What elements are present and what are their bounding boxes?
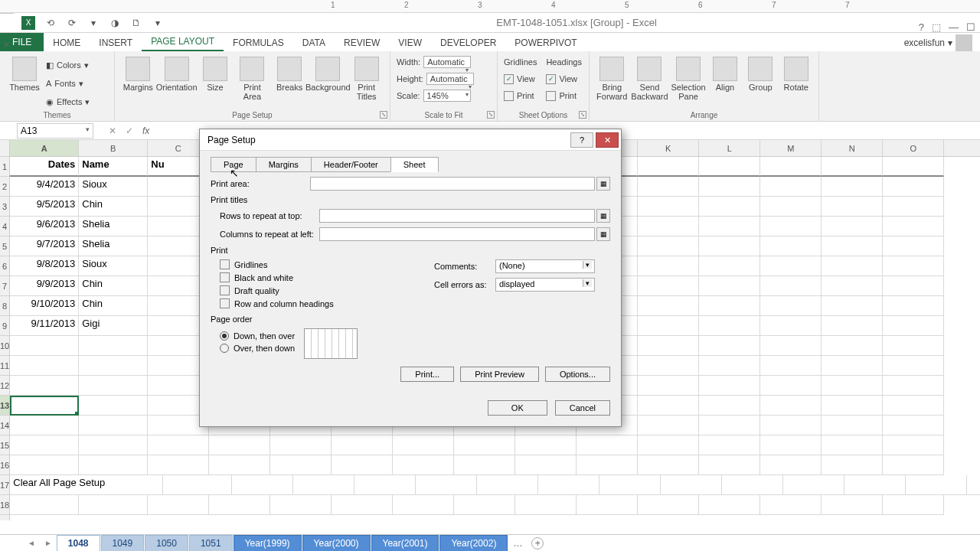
cell-K13[interactable] bbox=[638, 396, 699, 416]
cell-O18[interactable] bbox=[883, 495, 944, 515]
cell-L3[interactable] bbox=[699, 197, 760, 217]
tab-developer[interactable]: DEVELOPER bbox=[431, 34, 505, 51]
cell-L17[interactable] bbox=[783, 475, 844, 495]
headings-view-check[interactable]: ✓ bbox=[546, 74, 556, 84]
cell-B14[interactable] bbox=[79, 416, 148, 435]
cell-F17[interactable] bbox=[416, 475, 477, 495]
qat-btn-3[interactable]: ▾ bbox=[87, 17, 100, 29]
cell-M13[interactable] bbox=[760, 396, 822, 416]
cell-O11[interactable] bbox=[883, 356, 944, 376]
cell-N12[interactable] bbox=[822, 376, 883, 396]
cell-A7[interactable]: 9/9/2013 bbox=[10, 276, 79, 296]
height-select[interactable]: Automatic bbox=[426, 73, 474, 85]
cell-K5[interactable] bbox=[638, 236, 699, 256]
cell-O4[interactable] bbox=[883, 217, 944, 236]
cell-O17[interactable] bbox=[967, 475, 980, 495]
down-over-radio[interactable] bbox=[220, 331, 229, 341]
cell-K10[interactable] bbox=[638, 336, 699, 356]
cell-M5[interactable] bbox=[760, 236, 822, 256]
dialog-close-button[interactable]: ✕ bbox=[596, 132, 619, 148]
selection-pane-button[interactable]: Selection Pane bbox=[671, 54, 705, 101]
cell-I17[interactable] bbox=[599, 475, 661, 495]
cell-A2[interactable]: 9/4/2013 bbox=[10, 177, 79, 197]
tab-insert[interactable]: INSERT bbox=[90, 34, 142, 51]
cell-L8[interactable] bbox=[699, 296, 760, 316]
scale-input[interactable]: 145% bbox=[423, 90, 471, 102]
cell-A17[interactable]: Clear All Page Setup bbox=[10, 475, 163, 495]
cell-E18[interactable] bbox=[270, 495, 332, 515]
cell-L1[interactable] bbox=[699, 157, 760, 177]
headings-print-check[interactable] bbox=[546, 91, 556, 101]
print-button[interactable]: Print... bbox=[400, 367, 454, 382]
cell-C16[interactable] bbox=[148, 455, 209, 475]
cell-O7[interactable] bbox=[883, 276, 944, 296]
more-tabs[interactable]: … bbox=[508, 538, 527, 549]
sheet-tab-1050[interactable]: 1050 bbox=[145, 535, 188, 552]
cell-L12[interactable] bbox=[699, 376, 760, 396]
cell-N11[interactable] bbox=[822, 356, 883, 376]
tab-home[interactable]: HOME bbox=[44, 34, 90, 51]
cell-O5[interactable] bbox=[883, 236, 944, 256]
size-button[interactable]: Size bbox=[198, 54, 233, 101]
cell-K8[interactable] bbox=[638, 296, 699, 316]
cell-L4[interactable] bbox=[699, 217, 760, 236]
cell-D17[interactable] bbox=[293, 475, 354, 495]
cell-D15[interactable] bbox=[209, 435, 270, 455]
cell-K6[interactable] bbox=[638, 256, 699, 276]
cell-N14[interactable] bbox=[822, 416, 883, 435]
cell-I18[interactable] bbox=[515, 495, 577, 515]
cell-A3[interactable]: 9/5/2013 bbox=[10, 197, 79, 217]
cell-M8[interactable] bbox=[760, 296, 822, 316]
cell-N15[interactable] bbox=[822, 435, 883, 455]
cell-A11[interactable] bbox=[10, 356, 79, 376]
cell-L9[interactable] bbox=[699, 316, 760, 336]
cell-O15[interactable] bbox=[883, 435, 944, 455]
cell-O2[interactable] bbox=[883, 177, 944, 197]
rowcol-check[interactable] bbox=[220, 298, 230, 308]
cell-M11[interactable] bbox=[760, 356, 822, 376]
sheet-tab-Year(2001)[interactable]: Year(2001) bbox=[371, 535, 439, 552]
sheet-tab-1048[interactable]: 1048 bbox=[57, 535, 100, 552]
cell-M2[interactable] bbox=[760, 177, 822, 197]
dialog-tab-sheet[interactable]: Sheet bbox=[390, 157, 439, 172]
cell-N9[interactable] bbox=[822, 316, 883, 336]
cell-L2[interactable] bbox=[699, 177, 760, 197]
cols-repeat-picker[interactable]: ▦ bbox=[596, 227, 610, 241]
sheet-tab-Year(2002)[interactable]: Year(2002) bbox=[439, 535, 508, 552]
sheet-tab-1051[interactable]: 1051 bbox=[189, 535, 233, 552]
cell-L10[interactable] bbox=[699, 336, 760, 356]
options-button[interactable]: Options... bbox=[545, 367, 610, 382]
cancel-button[interactable]: Cancel bbox=[555, 400, 610, 416]
cell-A14[interactable] bbox=[10, 416, 79, 435]
cell-J17[interactable] bbox=[661, 475, 722, 495]
cell-F16[interactable] bbox=[332, 455, 393, 475]
cols-repeat-input[interactable] bbox=[319, 227, 595, 241]
cell-O6[interactable] bbox=[883, 256, 944, 276]
sheet-tab-1049[interactable]: 1049 bbox=[101, 535, 145, 552]
cell-N18[interactable] bbox=[822, 495, 883, 515]
cell-B11[interactable] bbox=[79, 356, 148, 376]
cell-F15[interactable] bbox=[332, 435, 393, 455]
cell-G16[interactable] bbox=[393, 455, 454, 475]
tab-nav-prev[interactable]: ◄ bbox=[23, 539, 40, 547]
cell-K11[interactable] bbox=[638, 356, 699, 376]
cell-K1[interactable] bbox=[638, 157, 699, 177]
cell-M17[interactable] bbox=[844, 475, 906, 495]
cell-E16[interactable] bbox=[270, 455, 332, 475]
cellerrors-combo[interactable]: displayed bbox=[495, 278, 595, 292]
cell-I15[interactable] bbox=[515, 435, 577, 455]
cell-B10[interactable] bbox=[79, 336, 148, 356]
gridlines-view-check[interactable]: ✓ bbox=[504, 74, 514, 84]
cell-A10[interactable] bbox=[10, 336, 79, 356]
cell-M18[interactable] bbox=[760, 495, 822, 515]
cell-A5[interactable]: 9/7/2013 bbox=[10, 236, 79, 256]
background-button[interactable]: Background bbox=[309, 54, 346, 101]
signin-label[interactable]: excelisfun ▾ bbox=[904, 34, 972, 51]
cell-J16[interactable] bbox=[577, 455, 638, 475]
cell-L14[interactable] bbox=[699, 416, 760, 435]
scale-launcher[interactable]: ⤡ bbox=[487, 111, 495, 119]
comments-combo[interactable]: (None) bbox=[495, 259, 595, 273]
cell-O1[interactable] bbox=[883, 157, 944, 177]
qat-btn-2[interactable]: ⟳ bbox=[66, 17, 78, 29]
cell-B2[interactable]: Sioux bbox=[79, 177, 148, 197]
